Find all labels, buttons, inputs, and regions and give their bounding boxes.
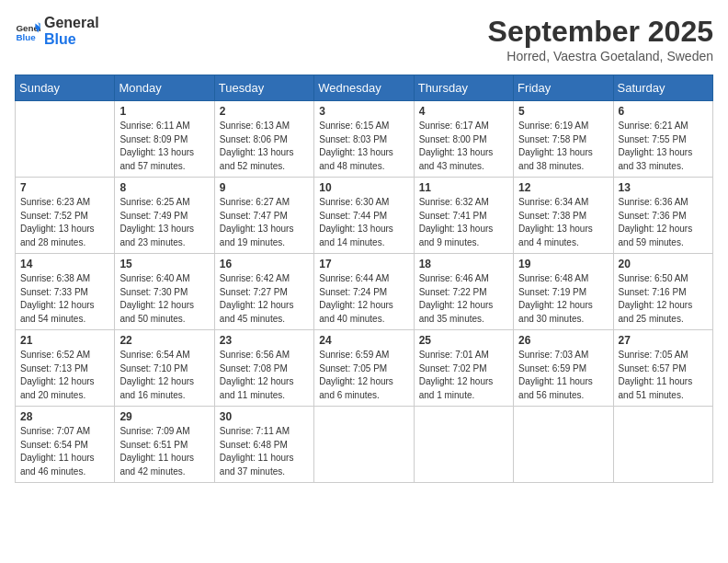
day-number: 8 <box>119 181 209 194</box>
calendar-cell: 25Sunrise: 7:01 AM Sunset: 7:02 PM Dayli… <box>414 330 513 407</box>
calendar-cell: 29Sunrise: 7:09 AM Sunset: 6:51 PM Dayli… <box>115 407 214 483</box>
day-info: Sunrise: 6:23 AM Sunset: 7:52 PM Dayligh… <box>20 196 109 249</box>
day-number: 20 <box>619 258 708 270</box>
day-info: Sunrise: 6:30 AM Sunset: 7:44 PM Dayligh… <box>319 196 408 249</box>
calendar-cell: 13Sunrise: 6:36 AM Sunset: 7:36 PM Dayli… <box>613 178 712 254</box>
weekday-header-thursday: Thursday <box>414 75 513 101</box>
calendar-week-row: 28Sunrise: 7:07 AM Sunset: 6:54 PM Dayli… <box>16 407 713 483</box>
day-number: 9 <box>220 181 309 194</box>
calendar-cell: 16Sunrise: 6:42 AM Sunset: 7:27 PM Dayli… <box>214 254 313 330</box>
day-number: 11 <box>419 181 508 194</box>
day-number: 18 <box>419 258 508 270</box>
day-info: Sunrise: 7:01 AM Sunset: 7:02 PM Dayligh… <box>419 349 508 402</box>
calendar-week-row: 14Sunrise: 6:38 AM Sunset: 7:33 PM Dayli… <box>16 254 713 330</box>
day-info: Sunrise: 6:17 AM Sunset: 8:00 PM Dayligh… <box>419 120 508 173</box>
day-info: Sunrise: 6:42 AM Sunset: 7:27 PM Dayligh… <box>220 272 309 326</box>
day-info: Sunrise: 6:32 AM Sunset: 7:41 PM Dayligh… <box>419 196 508 249</box>
day-info: Sunrise: 7:11 AM Sunset: 6:48 PM Dayligh… <box>220 425 309 478</box>
day-info: Sunrise: 6:19 AM Sunset: 7:58 PM Dayligh… <box>518 120 608 173</box>
calendar-cell: 4Sunrise: 6:17 AM Sunset: 8:00 PM Daylig… <box>414 101 513 178</box>
day-info: Sunrise: 6:56 AM Sunset: 7:08 PM Dayligh… <box>220 349 309 402</box>
day-info: Sunrise: 7:05 AM Sunset: 6:57 PM Dayligh… <box>619 349 708 402</box>
day-info: Sunrise: 6:48 AM Sunset: 7:19 PM Dayligh… <box>518 272 608 326</box>
day-number: 25 <box>419 334 508 347</box>
calendar-cell: 3Sunrise: 6:15 AM Sunset: 8:03 PM Daylig… <box>314 101 414 178</box>
day-info: Sunrise: 6:54 AM Sunset: 7:10 PM Dayligh… <box>119 349 209 402</box>
location-title: Horred, Vaestra Goetaland, Sweden <box>488 49 713 63</box>
calendar-cell: 27Sunrise: 7:05 AM Sunset: 6:57 PM Dayli… <box>613 330 712 407</box>
day-info: Sunrise: 6:15 AM Sunset: 8:03 PM Dayligh… <box>319 120 408 173</box>
day-number: 23 <box>220 334 309 347</box>
day-info: Sunrise: 6:40 AM Sunset: 7:30 PM Dayligh… <box>119 272 209 326</box>
calendar-week-row: 7Sunrise: 6:23 AM Sunset: 7:52 PM Daylig… <box>16 178 713 254</box>
day-info: Sunrise: 6:25 AM Sunset: 7:49 PM Dayligh… <box>119 196 209 249</box>
day-number: 1 <box>119 105 209 118</box>
day-info: Sunrise: 6:38 AM Sunset: 7:33 PM Dayligh… <box>20 272 109 326</box>
day-info: Sunrise: 7:07 AM Sunset: 6:54 PM Dayligh… <box>20 425 109 478</box>
calendar-table: SundayMondayTuesdayWednesdayThursdayFrid… <box>15 75 713 483</box>
page-header: General Blue General Blue September 2025… <box>15 15 713 63</box>
weekday-header-tuesday: Tuesday <box>214 75 313 101</box>
calendar-cell: 28Sunrise: 7:07 AM Sunset: 6:54 PM Dayli… <box>16 407 115 483</box>
day-number: 27 <box>619 334 708 347</box>
calendar-week-row: 21Sunrise: 6:52 AM Sunset: 7:13 PM Dayli… <box>16 330 713 407</box>
calendar-cell: 10Sunrise: 6:30 AM Sunset: 7:44 PM Dayli… <box>314 178 414 254</box>
calendar-cell: 21Sunrise: 6:52 AM Sunset: 7:13 PM Dayli… <box>16 330 115 407</box>
day-info: Sunrise: 6:36 AM Sunset: 7:36 PM Dayligh… <box>619 196 708 249</box>
day-number: 7 <box>20 181 109 194</box>
calendar-cell: 5Sunrise: 6:19 AM Sunset: 7:58 PM Daylig… <box>514 101 613 178</box>
calendar-cell <box>314 407 414 483</box>
day-number: 10 <box>319 181 408 194</box>
day-number: 2 <box>220 105 309 118</box>
day-number: 28 <box>20 410 109 423</box>
day-number: 4 <box>419 105 508 118</box>
day-info: Sunrise: 7:09 AM Sunset: 6:51 PM Dayligh… <box>119 425 209 478</box>
day-number: 19 <box>518 258 608 270</box>
calendar-cell: 1Sunrise: 6:11 AM Sunset: 8:09 PM Daylig… <box>115 101 214 178</box>
day-number: 26 <box>518 334 608 347</box>
calendar-cell <box>414 407 513 483</box>
day-number: 3 <box>319 105 408 118</box>
month-title: September 2025 <box>488 15 713 49</box>
svg-text:Blue: Blue <box>16 32 36 42</box>
calendar-cell: 20Sunrise: 6:50 AM Sunset: 7:16 PM Dayli… <box>613 254 712 330</box>
day-number: 12 <box>518 181 608 194</box>
day-info: Sunrise: 6:59 AM Sunset: 7:05 PM Dayligh… <box>319 349 408 402</box>
calendar-cell: 6Sunrise: 6:21 AM Sunset: 7:55 PM Daylig… <box>613 101 712 178</box>
day-number: 13 <box>619 181 708 194</box>
day-number: 16 <box>220 258 309 270</box>
day-info: Sunrise: 6:13 AM Sunset: 8:06 PM Dayligh… <box>220 120 309 173</box>
title-area: September 2025 Horred, Vaestra Goetaland… <box>488 15 713 63</box>
day-number: 5 <box>518 105 608 118</box>
calendar-cell: 9Sunrise: 6:27 AM Sunset: 7:47 PM Daylig… <box>214 178 313 254</box>
calendar-cell: 19Sunrise: 6:48 AM Sunset: 7:19 PM Dayli… <box>514 254 613 330</box>
weekday-header-monday: Monday <box>115 75 214 101</box>
day-info: Sunrise: 6:50 AM Sunset: 7:16 PM Dayligh… <box>619 272 708 326</box>
day-info: Sunrise: 6:34 AM Sunset: 7:38 PM Dayligh… <box>518 196 608 249</box>
calendar-cell: 12Sunrise: 6:34 AM Sunset: 7:38 PM Dayli… <box>514 178 613 254</box>
logo-general: General <box>44 15 99 31</box>
weekday-header-sunday: Sunday <box>16 75 115 101</box>
weekday-header-friday: Friday <box>514 75 613 101</box>
calendar-cell: 14Sunrise: 6:38 AM Sunset: 7:33 PM Dayli… <box>16 254 115 330</box>
calendar-cell: 22Sunrise: 6:54 AM Sunset: 7:10 PM Dayli… <box>115 330 214 407</box>
day-number: 22 <box>119 334 209 347</box>
day-info: Sunrise: 6:46 AM Sunset: 7:22 PM Dayligh… <box>419 272 508 326</box>
day-number: 24 <box>319 334 408 347</box>
calendar-cell: 15Sunrise: 6:40 AM Sunset: 7:30 PM Dayli… <box>115 254 214 330</box>
calendar-cell: 2Sunrise: 6:13 AM Sunset: 8:06 PM Daylig… <box>214 101 313 178</box>
day-number: 14 <box>20 258 109 270</box>
calendar-cell: 23Sunrise: 6:56 AM Sunset: 7:08 PM Dayli… <box>214 330 313 407</box>
day-info: Sunrise: 6:11 AM Sunset: 8:09 PM Dayligh… <box>119 120 209 173</box>
day-number: 15 <box>119 258 209 270</box>
logo-blue: Blue <box>44 31 99 48</box>
logo-icon: General Blue <box>15 18 40 44</box>
day-number: 21 <box>20 334 109 347</box>
day-info: Sunrise: 7:03 AM Sunset: 6:59 PM Dayligh… <box>518 349 608 402</box>
day-number: 6 <box>619 105 708 118</box>
calendar-cell: 26Sunrise: 7:03 AM Sunset: 6:59 PM Dayli… <box>514 330 613 407</box>
day-info: Sunrise: 6:21 AM Sunset: 7:55 PM Dayligh… <box>619 120 708 173</box>
day-info: Sunrise: 6:44 AM Sunset: 7:24 PM Dayligh… <box>319 272 408 326</box>
calendar-cell: 17Sunrise: 6:44 AM Sunset: 7:24 PM Dayli… <box>314 254 414 330</box>
calendar-cell <box>16 101 115 178</box>
